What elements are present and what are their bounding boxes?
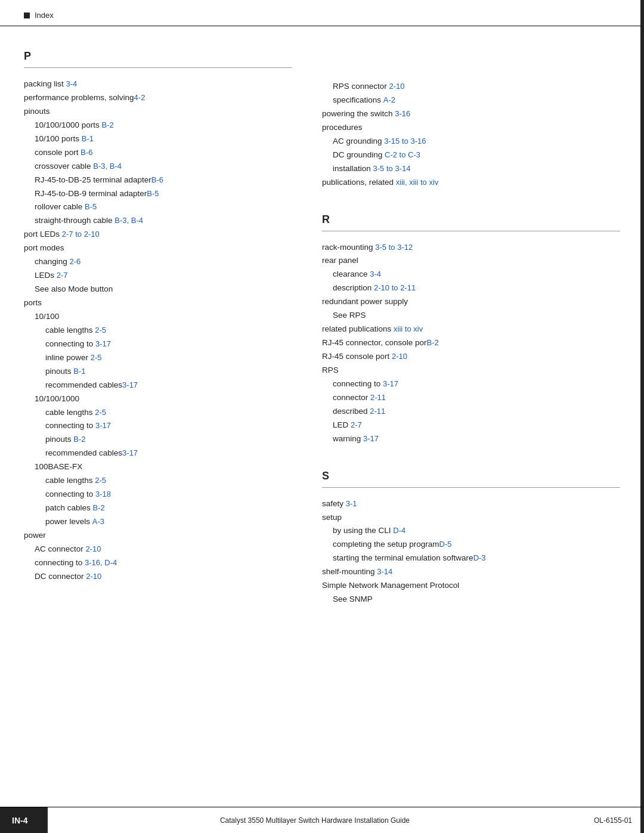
page-ref: A-3 <box>92 517 104 526</box>
entry-text: RPS connector <box>333 82 389 91</box>
list-item: RJ-45 connector, console porB-2 <box>322 336 620 350</box>
page-ref: B-5 <box>147 189 159 198</box>
list-item: powering the switch 3-16 <box>322 107 620 121</box>
page-ref: 3-14 <box>377 567 392 576</box>
page-ref: 2-5 <box>91 353 102 362</box>
entry-text: publications, related <box>322 178 396 187</box>
entry-text: Simple Network Management Protocol <box>322 581 459 590</box>
entry-text: 10/100 ports <box>35 134 82 143</box>
entry-text: RJ-45-to-DB-9 terminal adapter <box>35 189 147 198</box>
list-item: RJ-45 console port 2-10 <box>322 350 620 364</box>
page-ref: 2-7 to 2-10 <box>62 230 100 239</box>
page-ref: B-5 <box>85 202 97 211</box>
page-ref: 3-4 <box>66 79 78 88</box>
list-item: 10/100/1000 ports B-2 <box>35 119 292 132</box>
list-item: crossover cable B-3, B-4 <box>35 160 292 174</box>
entry-text: cable lengths <box>45 408 95 417</box>
list-item: RJ-45-to-DB-25 terminal adapterB-6 <box>35 174 292 187</box>
page-ref: 2-5 <box>95 408 106 417</box>
entry-text: description <box>333 283 374 292</box>
header-bullet-icon <box>24 13 30 18</box>
page-ref: B-1 <box>82 134 94 143</box>
list-item: inline power 2-5 <box>45 351 292 365</box>
section-r-divider <box>322 231 620 231</box>
list-item: performance problems, solving4-2 <box>24 91 292 105</box>
entry-text: by using the CLI <box>333 526 393 535</box>
page-header: Index <box>0 0 644 26</box>
list-item: 10/100 <box>35 310 292 324</box>
list-item: setup <box>322 511 620 525</box>
list-item: pinouts B-2 <box>45 433 292 447</box>
entry-text: AC connector <box>35 544 86 553</box>
list-item: LED 2-7 <box>333 419 620 432</box>
list-item: port LEDs 2-7 to 2-10 <box>24 228 292 241</box>
list-item: warning 3-17 <box>333 432 620 446</box>
list-item: DC grounding C-2 to C-3 <box>333 148 620 162</box>
page-ref: B-2 <box>102 120 114 129</box>
list-item: 10/100 ports B-1 <box>35 132 292 146</box>
list-item: pinouts B-1 <box>45 365 292 379</box>
page-ref: D-3 <box>473 553 486 562</box>
entry-text: pinouts <box>24 107 50 116</box>
entry-text: See SNMP <box>333 594 373 603</box>
list-item: console port B-6 <box>35 146 292 160</box>
page-ref: 3-17 <box>363 434 379 443</box>
page-ref: xiii, xiii to xiv <box>396 178 439 187</box>
list-item: LEDs 2-7 <box>35 269 292 283</box>
right-p-continuation: RPS connector 2-10 specifications A-2 po… <box>322 80 620 190</box>
entry-text: power levels <box>45 517 92 526</box>
entry-text: 10/100 <box>35 312 59 321</box>
page-ref: B-2 <box>93 503 105 512</box>
list-item: packing list 3-4 <box>24 78 292 91</box>
page-container: Index P packing list 3-4 performance pro… <box>0 0 644 833</box>
entry-text: 10/100/1000 <box>35 394 79 403</box>
page-ref: 2-7 <box>351 420 362 429</box>
page-ref: 2-5 <box>95 476 106 485</box>
entry-text: port modes <box>24 243 64 252</box>
list-item: Simple Network Management Protocol <box>322 579 620 593</box>
entry-text: recommended cables <box>45 380 122 389</box>
list-item: rear panel <box>322 254 620 268</box>
entry-text: console port <box>35 148 80 157</box>
list-item: See SNMP <box>333 593 620 606</box>
list-item: procedures <box>322 121 620 135</box>
entry-text: RJ-45-to-DB-25 terminal adapter <box>35 175 151 184</box>
list-item: recommended cables3-17 <box>45 379 292 392</box>
page-ref: B-1 <box>73 367 85 376</box>
page-ref: 2-11 <box>370 393 386 402</box>
entry-text: See also Mode button <box>35 284 113 293</box>
entry-text: RJ-45 connector, console por <box>322 338 427 347</box>
entry-text: See RPS <box>333 311 366 320</box>
section-p-letter: P <box>24 50 292 63</box>
section-p-divider <box>24 67 292 68</box>
entry-text: starting the terminal emulation software <box>333 553 473 562</box>
entry-text: straight-through cable <box>35 216 114 225</box>
entry-text: cable lengths <box>45 326 95 335</box>
entry-text: connecting to <box>333 379 383 388</box>
entry-text: DC grounding <box>333 150 385 159</box>
list-item: safety 3-1 <box>322 497 620 511</box>
entry-text: AC grounding <box>333 137 384 145</box>
entry-text: completing the setup program <box>333 540 439 549</box>
page-ref: 3-17 <box>95 421 111 430</box>
list-item: 100BASE-FX <box>35 460 292 474</box>
page-ref: B-6 <box>151 175 163 184</box>
page-ref: D-4 <box>393 526 405 535</box>
page-ref: xiii to xiv <box>394 324 423 333</box>
page-ref: B-3, B-4 <box>93 162 122 171</box>
page-ref: 3-5 to 3-14 <box>373 164 411 173</box>
entry-text: clearance <box>333 270 370 278</box>
entry-text: 100BASE-FX <box>35 462 82 471</box>
entry-text: packing list <box>24 79 66 88</box>
left-column: P packing list 3-4 performance problems,… <box>24 44 310 606</box>
list-item: connector 2-11 <box>333 391 620 405</box>
page-ref: 2-10 <box>392 352 407 361</box>
list-item: connecting to 3-17 <box>45 337 292 351</box>
list-item: installation 3-5 to 3-14 <box>333 162 620 176</box>
entry-text: power <box>24 531 46 540</box>
section-s-divider <box>322 487 620 488</box>
page-ref: 2-10 <box>389 82 405 91</box>
list-item: RJ-45-to-DB-9 terminal adapterB-5 <box>35 187 292 201</box>
entry-text: ports <box>24 298 42 307</box>
section-s-letter: S <box>322 470 620 482</box>
